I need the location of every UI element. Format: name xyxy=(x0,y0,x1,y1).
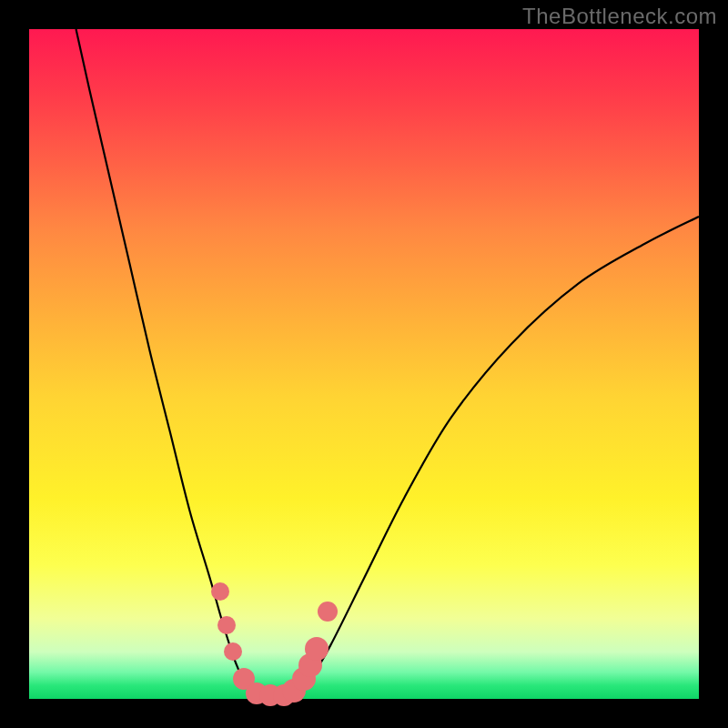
marker-dot xyxy=(305,637,329,661)
chart-frame: TheBottleneck.com xyxy=(0,0,728,728)
watermark-label: TheBottleneck.com xyxy=(522,4,717,29)
marker-dot xyxy=(217,616,236,634)
marker-dot xyxy=(318,602,338,622)
gradient-plot-area xyxy=(29,29,699,699)
marker-layer xyxy=(29,29,699,699)
marker-dot xyxy=(211,582,229,601)
marker-dot xyxy=(224,642,242,661)
